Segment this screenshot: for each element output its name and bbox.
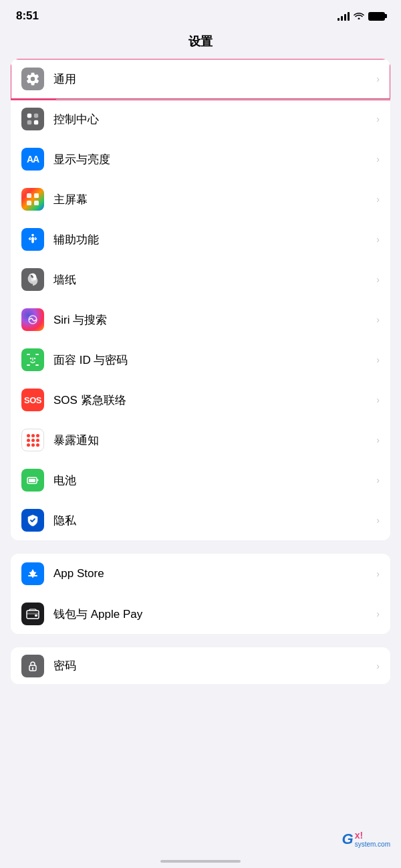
settings-item-appstore[interactable]: App Store ›	[11, 554, 390, 594]
settings-item-faceid[interactable]: 面容 ID 与密码 ›	[11, 340, 390, 380]
svg-point-9	[31, 278, 35, 282]
settings-item-general[interactable]: 通用 ›	[11, 59, 390, 99]
chevron-icon: ›	[376, 74, 380, 84]
chevron-icon: ›	[376, 515, 380, 526]
exposure-label: 暴露通知	[53, 433, 371, 448]
control-center-icon	[21, 108, 44, 130]
page-title: 设置	[0, 28, 401, 59]
exposure-icon	[21, 429, 44, 451]
chevron-icon: ›	[376, 274, 380, 285]
privacy-label: 隐私	[53, 513, 371, 528]
svg-rect-23	[35, 615, 37, 617]
watermark: G x! system.com	[342, 831, 390, 848]
chevron-icon: ›	[376, 435, 380, 445]
watermark-site: system.com	[355, 841, 390, 848]
settings-group-3: 密码 ›	[11, 647, 390, 684]
settings-group-1: 通用 › 控制中心 › AA 显示与亮度 ›	[11, 59, 390, 540]
appstore-label: App Store	[53, 567, 371, 580]
battery-label: 电池	[53, 473, 371, 488]
home-screen-label: 主屏幕	[53, 192, 371, 207]
chevron-icon: ›	[376, 475, 380, 485]
settings-item-home-screen[interactable]: 主屏幕 ›	[11, 179, 390, 219]
settings-item-battery[interactable]: 电池 ›	[11, 460, 390, 500]
svg-rect-11	[27, 354, 30, 355]
chevron-icon: ›	[376, 154, 380, 165]
settings-item-exposure[interactable]: 暴露通知 ›	[11, 420, 390, 460]
chevron-icon: ›	[376, 114, 380, 124]
battery-icon	[368, 12, 385, 21]
svg-rect-19	[29, 479, 35, 482]
chevron-icon: ›	[376, 194, 380, 205]
status-bar: 8:51	[0, 0, 401, 28]
svg-rect-6	[27, 201, 31, 205]
watermark-g: G	[342, 831, 354, 848]
svg-rect-14	[35, 364, 39, 366]
battery-settings-icon	[21, 469, 44, 492]
svg-point-16	[34, 358, 35, 359]
siri-label: Siri 与搜索	[53, 312, 371, 328]
wallet-icon	[21, 603, 44, 625]
status-time: 8:51	[16, 9, 39, 23]
settings-item-accessibility[interactable]: 辅助功能 ›	[11, 219, 390, 259]
svg-rect-4	[27, 193, 31, 198]
privacy-icon	[21, 509, 44, 532]
wallet-label: 钱包与 Apple Pay	[53, 607, 371, 622]
watermark-xi: x!	[355, 831, 390, 841]
password-icon	[21, 655, 44, 677]
svg-rect-7	[34, 201, 39, 205]
wifi-icon	[354, 11, 364, 21]
settings-item-sos[interactable]: SOS SOS 紧急联络 ›	[11, 380, 390, 420]
faceid-icon	[21, 348, 44, 371]
wallpaper-label: 墙纸	[53, 272, 371, 288]
gear-icon	[21, 68, 44, 90]
svg-point-15	[30, 358, 31, 359]
svg-rect-13	[27, 364, 30, 366]
svg-rect-2	[27, 120, 31, 124]
svg-rect-12	[35, 354, 39, 355]
chevron-icon: ›	[376, 568, 380, 579]
siri-icon	[21, 308, 44, 331]
sos-icon: SOS	[21, 389, 44, 411]
settings-item-privacy[interactable]: 隐私 ›	[11, 500, 390, 540]
svg-rect-5	[34, 193, 39, 198]
settings-item-display[interactable]: AA 显示与亮度 ›	[11, 139, 390, 179]
passwords-label: 密码	[53, 658, 371, 673]
control-center-label: 控制中心	[53, 112, 371, 127]
status-icons	[338, 11, 385, 21]
chevron-icon: ›	[376, 234, 380, 245]
display-icon: AA	[21, 148, 44, 171]
chevron-icon: ›	[376, 314, 380, 325]
svg-rect-22	[27, 613, 39, 615]
svg-rect-3	[34, 120, 38, 124]
chevron-icon: ›	[376, 609, 380, 619]
display-label: 显示与亮度	[53, 152, 371, 167]
chevron-icon: ›	[376, 395, 380, 405]
chevron-icon: ›	[376, 354, 380, 365]
faceid-label: 面容 ID 与密码	[53, 352, 371, 368]
settings-item-wallpaper[interactable]: 墙纸 ›	[11, 259, 390, 300]
settings-item-siri[interactable]: Siri 与搜索 ›	[11, 300, 390, 340]
chevron-icon: ›	[376, 661, 380, 671]
appstore-icon	[21, 562, 44, 585]
general-label: 通用	[53, 72, 371, 87]
svg-rect-1	[34, 114, 38, 118]
settings-item-control-center[interactable]: 控制中心 ›	[11, 99, 390, 139]
settings-item-passwords[interactable]: 密码 ›	[11, 647, 390, 684]
settings-group-2: App Store › 钱包与 Apple Pay ›	[11, 554, 390, 634]
accessibility-icon	[21, 228, 44, 251]
svg-point-8	[31, 234, 34, 237]
signal-icon	[338, 11, 350, 21]
accessibility-label: 辅助功能	[53, 232, 371, 247]
sos-label: SOS 紧急联络	[53, 393, 371, 408]
home-screen-icon	[21, 188, 44, 211]
home-indicator	[160, 860, 241, 863]
svg-rect-0	[27, 114, 31, 118]
settings-item-wallet[interactable]: 钱包与 Apple Pay ›	[11, 594, 390, 634]
wallpaper-icon	[21, 268, 44, 291]
